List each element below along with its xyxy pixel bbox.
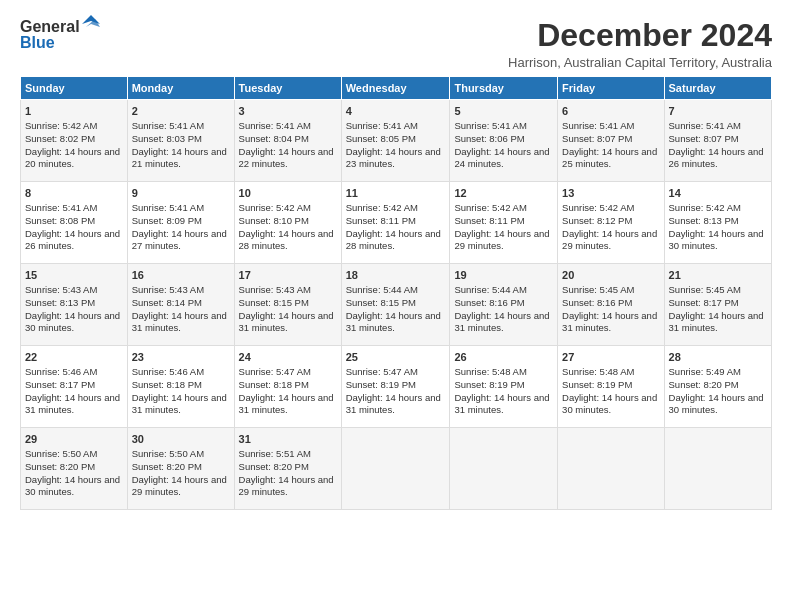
sunset: Sunset: 8:13 PM <box>669 215 739 226</box>
calendar-cell: 1Sunrise: 5:42 AMSunset: 8:02 PMDaylight… <box>21 100 128 182</box>
sunset: Sunset: 8:17 PM <box>25 379 95 390</box>
day-number: 18 <box>346 268 446 283</box>
month-title: December 2024 <box>508 18 772 53</box>
day-number: 20 <box>562 268 659 283</box>
daylight: Daylight: 14 hours and 26 minutes. <box>25 228 120 252</box>
sunrise: Sunrise: 5:41 AM <box>25 202 97 213</box>
day-number: 17 <box>239 268 337 283</box>
sunset: Sunset: 8:13 PM <box>25 297 95 308</box>
sunrise: Sunrise: 5:48 AM <box>454 366 526 377</box>
logo: General Blue <box>20 18 100 52</box>
daylight: Daylight: 14 hours and 30 minutes. <box>562 392 657 416</box>
daylight: Daylight: 14 hours and 31 minutes. <box>25 392 120 416</box>
day-number: 23 <box>132 350 230 365</box>
sunset: Sunset: 8:14 PM <box>132 297 202 308</box>
calendar-cell: 20Sunrise: 5:45 AMSunset: 8:16 PMDayligh… <box>558 264 664 346</box>
daylight: Daylight: 14 hours and 21 minutes. <box>132 146 227 170</box>
sunset: Sunset: 8:07 PM <box>562 133 632 144</box>
daylight: Daylight: 14 hours and 31 minutes. <box>562 310 657 334</box>
day-number: 21 <box>669 268 767 283</box>
calendar-cell <box>450 428 558 510</box>
calendar-cell: 24Sunrise: 5:47 AMSunset: 8:18 PMDayligh… <box>234 346 341 428</box>
day-number: 31 <box>239 432 337 447</box>
col-sunday: Sunday <box>21 77 128 100</box>
calendar-table: Sunday Monday Tuesday Wednesday Thursday… <box>20 76 772 510</box>
header: General Blue December 2024 Harrison, Aus… <box>20 18 772 70</box>
calendar-cell: 22Sunrise: 5:46 AMSunset: 8:17 PMDayligh… <box>21 346 128 428</box>
sunrise: Sunrise: 5:41 AM <box>132 202 204 213</box>
sunset: Sunset: 8:08 PM <box>25 215 95 226</box>
calendar-cell: 9Sunrise: 5:41 AMSunset: 8:09 PMDaylight… <box>127 182 234 264</box>
sunrise: Sunrise: 5:45 AM <box>562 284 634 295</box>
day-number: 28 <box>669 350 767 365</box>
sunset: Sunset: 8:17 PM <box>669 297 739 308</box>
sunrise: Sunrise: 5:47 AM <box>346 366 418 377</box>
calendar-cell <box>558 428 664 510</box>
day-number: 9 <box>132 186 230 201</box>
calendar-week-3: 15Sunrise: 5:43 AMSunset: 8:13 PMDayligh… <box>21 264 772 346</box>
sunrise: Sunrise: 5:42 AM <box>454 202 526 213</box>
calendar-cell: 19Sunrise: 5:44 AMSunset: 8:16 PMDayligh… <box>450 264 558 346</box>
daylight: Daylight: 14 hours and 30 minutes. <box>669 392 764 416</box>
col-tuesday: Tuesday <box>234 77 341 100</box>
logo-blue: Blue <box>20 34 55 52</box>
daylight: Daylight: 14 hours and 23 minutes. <box>346 146 441 170</box>
daylight: Daylight: 14 hours and 31 minutes. <box>132 310 227 334</box>
calendar-week-5: 29Sunrise: 5:50 AMSunset: 8:20 PMDayligh… <box>21 428 772 510</box>
day-number: 2 <box>132 104 230 119</box>
calendar-cell: 18Sunrise: 5:44 AMSunset: 8:15 PMDayligh… <box>341 264 450 346</box>
day-number: 11 <box>346 186 446 201</box>
day-number: 24 <box>239 350 337 365</box>
daylight: Daylight: 14 hours and 27 minutes. <box>132 228 227 252</box>
col-wednesday: Wednesday <box>341 77 450 100</box>
calendar-week-2: 8Sunrise: 5:41 AMSunset: 8:08 PMDaylight… <box>21 182 772 264</box>
calendar-cell: 27Sunrise: 5:48 AMSunset: 8:19 PMDayligh… <box>558 346 664 428</box>
header-row: Sunday Monday Tuesday Wednesday Thursday… <box>21 77 772 100</box>
calendar-cell: 28Sunrise: 5:49 AMSunset: 8:20 PMDayligh… <box>664 346 771 428</box>
calendar-cell: 31Sunrise: 5:51 AMSunset: 8:20 PMDayligh… <box>234 428 341 510</box>
sunrise: Sunrise: 5:48 AM <box>562 366 634 377</box>
sunset: Sunset: 8:09 PM <box>132 215 202 226</box>
day-number: 5 <box>454 104 553 119</box>
sunset: Sunset: 8:05 PM <box>346 133 416 144</box>
daylight: Daylight: 14 hours and 25 minutes. <box>562 146 657 170</box>
calendar-cell: 11Sunrise: 5:42 AMSunset: 8:11 PMDayligh… <box>341 182 450 264</box>
sunrise: Sunrise: 5:41 AM <box>346 120 418 131</box>
sunset: Sunset: 8:10 PM <box>239 215 309 226</box>
day-number: 4 <box>346 104 446 119</box>
calendar-cell <box>664 428 771 510</box>
location: Harrison, Australian Capital Territory, … <box>508 55 772 70</box>
day-number: 26 <box>454 350 553 365</box>
sunset: Sunset: 8:02 PM <box>25 133 95 144</box>
sunset: Sunset: 8:11 PM <box>454 215 524 226</box>
sunset: Sunset: 8:06 PM <box>454 133 524 144</box>
sunset: Sunset: 8:16 PM <box>562 297 632 308</box>
sunset: Sunset: 8:16 PM <box>454 297 524 308</box>
day-number: 7 <box>669 104 767 119</box>
daylight: Daylight: 14 hours and 29 minutes. <box>239 474 334 498</box>
page: General Blue December 2024 Harrison, Aus… <box>0 0 792 612</box>
calendar-cell: 26Sunrise: 5:48 AMSunset: 8:19 PMDayligh… <box>450 346 558 428</box>
sunrise: Sunrise: 5:42 AM <box>346 202 418 213</box>
day-number: 22 <box>25 350 123 365</box>
calendar-cell: 6Sunrise: 5:41 AMSunset: 8:07 PMDaylight… <box>558 100 664 182</box>
day-number: 10 <box>239 186 337 201</box>
day-number: 8 <box>25 186 123 201</box>
daylight: Daylight: 14 hours and 31 minutes. <box>239 310 334 334</box>
daylight: Daylight: 14 hours and 29 minutes. <box>454 228 549 252</box>
col-saturday: Saturday <box>664 77 771 100</box>
day-number: 25 <box>346 350 446 365</box>
daylight: Daylight: 14 hours and 26 minutes. <box>669 146 764 170</box>
sunrise: Sunrise: 5:41 AM <box>454 120 526 131</box>
daylight: Daylight: 14 hours and 28 minutes. <box>346 228 441 252</box>
day-number: 6 <box>562 104 659 119</box>
calendar-cell: 15Sunrise: 5:43 AMSunset: 8:13 PMDayligh… <box>21 264 128 346</box>
daylight: Daylight: 14 hours and 30 minutes. <box>25 474 120 498</box>
sunset: Sunset: 8:19 PM <box>562 379 632 390</box>
sunrise: Sunrise: 5:45 AM <box>669 284 741 295</box>
sunrise: Sunrise: 5:42 AM <box>562 202 634 213</box>
day-number: 15 <box>25 268 123 283</box>
calendar-cell: 4Sunrise: 5:41 AMSunset: 8:05 PMDaylight… <box>341 100 450 182</box>
daylight: Daylight: 14 hours and 22 minutes. <box>239 146 334 170</box>
calendar-week-4: 22Sunrise: 5:46 AMSunset: 8:17 PMDayligh… <box>21 346 772 428</box>
